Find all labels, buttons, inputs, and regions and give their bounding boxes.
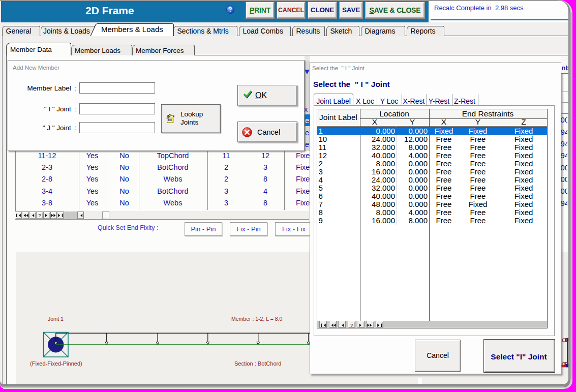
svg-text:?: ?: [38, 213, 41, 218]
svg-text:?: ?: [350, 322, 353, 327]
svg-text:?: ?: [228, 6, 232, 13]
